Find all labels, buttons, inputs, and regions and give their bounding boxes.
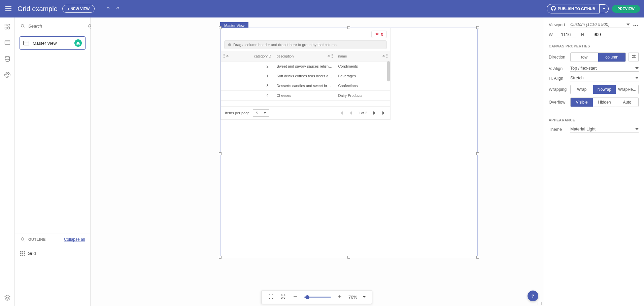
data-icon[interactable]	[4, 55, 11, 63]
column-header-name[interactable]: name	[335, 51, 390, 62]
direction-column-button[interactable]: column	[598, 53, 625, 62]
main-layout: Master View OUTLINE Collapse all Grid Ma…	[0, 17, 644, 306]
search-row	[15, 17, 90, 34]
handle-icon[interactable]	[476, 152, 479, 155]
grid-views-button[interactable]: 0	[371, 31, 387, 38]
outline-item-grid[interactable]: Grid	[20, 249, 85, 258]
publish-group: PUBLISH TO GITHUB	[547, 4, 609, 13]
overflow-hidden-button[interactable]: Hidden	[593, 98, 615, 107]
handle-icon[interactable]	[476, 256, 479, 259]
column-header-description[interactable]: description	[274, 51, 336, 62]
nowrap-button[interactable]: Nowrap	[593, 85, 615, 94]
svg-point-6	[5, 74, 6, 75]
height-input[interactable]	[587, 31, 607, 38]
halign-select[interactable]: Stretch	[570, 75, 639, 81]
collapse-all-link[interactable]: Collapse all	[64, 237, 85, 242]
handle-icon[interactable]	[476, 26, 479, 29]
theme-icon[interactable]	[4, 71, 11, 79]
svg-rect-16	[20, 253, 22, 254]
items-per-page-label: Items per page	[225, 111, 249, 115]
sort-asc-icon[interactable]	[382, 54, 385, 58]
overflow-visible-button[interactable]: Visible	[571, 98, 593, 107]
zoom-slider[interactable]	[304, 297, 331, 298]
publish-github-button[interactable]: PUBLISH TO GITHUB	[547, 4, 600, 13]
search-input[interactable]	[28, 22, 85, 30]
valign-select[interactable]: Top / flex-start	[570, 65, 639, 72]
redo-icon[interactable]	[115, 6, 120, 12]
valign-label: V. Align	[549, 66, 568, 71]
group-by-bar[interactable]: Drag a column header and drop it here to…	[224, 40, 387, 49]
viewport-label: Viewport	[549, 23, 568, 27]
sort-asc-icon[interactable]	[226, 54, 229, 58]
view-item-master[interactable]: Master View	[20, 36, 86, 50]
outline-search-icon[interactable]	[20, 237, 26, 242]
column-header-categoryid[interactable]: categoryID	[221, 51, 274, 62]
handle-icon[interactable]	[219, 256, 222, 259]
layers-icon[interactable]	[4, 294, 11, 301]
pager-first-button[interactable]	[339, 110, 344, 116]
fullscreen-icon[interactable]	[280, 293, 286, 301]
overflow-auto-button[interactable]: Auto	[616, 98, 638, 107]
views-icon[interactable]	[4, 39, 11, 46]
views-count: 0	[381, 32, 383, 36]
sort-asc-icon[interactable]	[328, 54, 330, 58]
canvas-area[interactable]: Master View 0 Drag a column header and d…	[91, 17, 543, 306]
outline-title: OUTLINE	[28, 237, 46, 241]
direction-row-button[interactable]: row	[571, 53, 598, 62]
pager-prev-button[interactable]	[348, 110, 353, 116]
table-row[interactable]: 4CheesesDairy Products	[221, 91, 390, 101]
handle-icon[interactable]	[347, 256, 350, 259]
zoom-percent: 76%	[348, 295, 357, 300]
fit-to-screen-icon[interactable]	[268, 293, 274, 301]
handle-icon[interactable]	[347, 26, 350, 29]
table-row[interactable]: 2Sweet and savory sauces relishes sp...C…	[221, 62, 390, 71]
svg-rect-13	[20, 251, 22, 253]
preview-button[interactable]: PREVIEW	[612, 5, 640, 13]
kebab-icon[interactable]	[332, 54, 333, 59]
svg-rect-19	[20, 255, 22, 256]
svg-point-27	[332, 57, 333, 58]
zoom-dropdown-icon[interactable]	[363, 295, 366, 300]
svg-rect-21	[24, 255, 25, 256]
right-panel: Viewport Custom (1116 x 900) W H CANVAS …	[543, 17, 644, 306]
home-badge-icon[interactable]	[74, 39, 82, 47]
publish-dropdown-button[interactable]	[600, 4, 609, 13]
width-input[interactable]	[556, 31, 576, 38]
publish-label: PUBLISH TO GITHUB	[558, 7, 596, 11]
handle-icon[interactable]	[219, 152, 222, 155]
grid-widget[interactable]: 0 Drag a column header and drop it here …	[221, 28, 391, 120]
components-icon[interactable]	[4, 23, 11, 30]
menu-icon[interactable]	[4, 5, 13, 12]
views-list: Master View	[15, 34, 90, 52]
left-panel: Master View OUTLINE Collapse all Grid	[15, 17, 91, 306]
canvas-frame[interactable]: 0 Drag a column header and drop it here …	[220, 28, 478, 257]
wrapreverse-button[interactable]: WrapRe...	[616, 85, 638, 94]
handle-icon[interactable]	[219, 26, 222, 29]
undo-redo-group	[106, 6, 120, 12]
theme-select[interactable]: Material Light	[570, 126, 639, 132]
scrollbar[interactable]	[387, 41, 390, 106]
app-title: Grid example	[18, 5, 58, 13]
more-icon[interactable]	[633, 22, 639, 28]
undo-icon[interactable]	[106, 6, 111, 12]
zoom-out-button[interactable]	[292, 293, 299, 301]
viewport-select[interactable]: Custom (1116 x 900)	[570, 22, 630, 28]
svg-point-32	[635, 25, 636, 26]
page-size-select[interactable]: 5	[253, 109, 269, 117]
resize-handle-icon[interactable]	[538, 302, 542, 305]
height-label: H	[581, 32, 584, 37]
zoom-in-button[interactable]	[336, 293, 343, 301]
new-view-button[interactable]: + NEW VIEW	[62, 5, 95, 13]
help-fab[interactable]: ?	[528, 291, 538, 301]
table-row[interactable]: 1Soft drinks coffees teas beers and al..…	[221, 71, 390, 81]
theme-label: Theme	[549, 127, 568, 132]
col-label: name	[338, 54, 347, 58]
pager-last-button[interactable]	[381, 110, 386, 116]
table-row[interactable]: 3Desserts candies and sweet breadsConfec…	[221, 81, 390, 91]
kebab-icon[interactable]	[224, 54, 225, 59]
wrap-button[interactable]: Wrap	[571, 85, 593, 94]
pager-next-button[interactable]	[372, 110, 377, 116]
table-row[interactable]	[221, 101, 390, 106]
wrapping-label: Wrapping	[549, 87, 568, 92]
swap-direction-icon[interactable]	[629, 52, 639, 62]
